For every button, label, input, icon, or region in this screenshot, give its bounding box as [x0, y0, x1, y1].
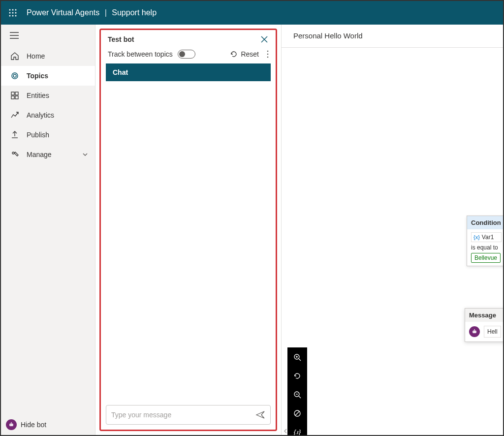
sidebar: Home Topics Entities Analytics — [1, 25, 95, 435]
authoring-canvas[interactable]: Personal Hello World {𝑥} Condition — [282, 25, 503, 435]
home-icon — [10, 51, 20, 61]
zoom-in-icon[interactable] — [291, 351, 303, 363]
sidebar-item-home[interactable]: Home — [1, 46, 95, 66]
test-panel-title: Test bot — [108, 35, 134, 43]
reset-icon — [230, 50, 238, 58]
chat-input-row — [106, 405, 271, 425]
message-node[interactable]: Message Hell — [465, 308, 503, 342]
track-topics-toggle[interactable] — [178, 50, 195, 59]
test-bot-panel: Test bot Track between topics Reset Chat — [99, 29, 277, 431]
fit-view-icon[interactable] — [291, 407, 303, 419]
hide-bot-button[interactable]: Hide bot — [6, 419, 46, 430]
svg-point-7 — [12, 15, 14, 17]
variables-icon[interactable]: {𝑥} — [291, 426, 303, 435]
sidebar-item-label: Entities — [27, 92, 49, 99]
svg-point-3 — [9, 12, 11, 14]
svg-point-6 — [9, 15, 11, 17]
sidebar-item-analytics[interactable]: Analytics — [1, 105, 95, 125]
close-icon[interactable] — [260, 35, 269, 44]
app-header: Power Virtual Agents | Support help — [1, 1, 503, 25]
chat-header: Chat — [106, 63, 271, 81]
variable-icon: {x} — [473, 234, 480, 240]
svg-point-13 — [13, 74, 16, 77]
svg-rect-17 — [15, 96, 18, 99]
chat-message-input[interactable] — [111, 411, 255, 419]
svg-point-44 — [474, 329, 475, 330]
svg-point-22 — [10, 425, 11, 426]
condition-value-chip[interactable]: Bellevue — [471, 253, 501, 263]
svg-rect-15 — [15, 92, 18, 95]
condition-variable-name: Var1 — [482, 234, 494, 241]
svg-rect-16 — [11, 96, 14, 99]
canvas-scroll-left-icon[interactable] — [283, 428, 288, 434]
hamburger-icon — [10, 32, 19, 39]
svg-point-2 — [15, 9, 17, 11]
sidebar-item-label: Topics — [27, 72, 48, 80]
sidebar-item-label: Analytics — [27, 111, 54, 119]
analytics-icon — [10, 110, 20, 120]
header-separator: | — [105, 8, 107, 17]
svg-rect-40 — [472, 331, 476, 333]
sidebar-item-manage[interactable]: Manage — [1, 145, 95, 164]
chevron-down-icon — [82, 152, 88, 157]
manage-icon — [10, 150, 20, 159]
topic-title: Personal Hello World — [293, 31, 363, 40]
header-app-name: Power Virtual Agents — [27, 8, 99, 17]
message-text[interactable]: Hell — [484, 326, 501, 338]
svg-point-8 — [15, 15, 17, 17]
svg-point-0 — [9, 9, 11, 11]
sidebar-item-label: Publish — [27, 131, 49, 139]
test-bot-panel-wrap: Test bot Track between topics Reset Chat — [95, 25, 282, 435]
more-options-icon[interactable] — [267, 50, 269, 58]
reset-label: Reset — [241, 50, 259, 58]
publish-icon — [10, 130, 20, 140]
reset-button[interactable]: Reset — [230, 50, 259, 58]
svg-point-23 — [12, 425, 13, 426]
svg-point-1 — [12, 9, 14, 11]
reset-view-icon[interactable] — [291, 370, 303, 382]
svg-line-39 — [295, 411, 299, 415]
svg-line-32 — [299, 359, 301, 361]
bot-icon — [6, 419, 17, 430]
condition-node-header: Condition — [467, 216, 503, 229]
svg-line-36 — [299, 396, 301, 398]
svg-point-42 — [475, 332, 476, 333]
svg-point-30 — [267, 57, 269, 58]
condition-operator: is equal to — [471, 244, 502, 251]
waffle-menu-icon[interactable] — [5, 5, 21, 21]
sidebar-item-label: Home — [27, 52, 45, 60]
track-topics-label: Track between topics — [108, 50, 173, 58]
topics-icon — [10, 71, 20, 81]
svg-point-28 — [267, 51, 269, 52]
bot-icon — [469, 326, 480, 337]
zoom-out-icon[interactable] — [291, 389, 303, 401]
svg-point-29 — [267, 54, 269, 55]
message-node-header: Message — [465, 309, 503, 322]
hide-bot-label: Hide bot — [21, 421, 46, 429]
svg-rect-21 — [9, 424, 13, 426]
sidebar-item-entities[interactable]: Entities — [1, 86, 95, 105]
sidebar-toggle[interactable] — [1, 25, 95, 46]
svg-point-5 — [15, 12, 17, 14]
svg-point-41 — [473, 332, 474, 333]
svg-rect-14 — [11, 92, 14, 95]
header-subtitle: Support help — [112, 8, 157, 17]
sidebar-item-topics[interactable]: Topics — [1, 66, 95, 86]
condition-node[interactable]: Condition {x} Var1 is equal to Bellevue — [467, 216, 503, 266]
chat-body — [105, 81, 272, 402]
condition-variable[interactable]: {x} Var1 — [471, 232, 502, 242]
header-title: Power Virtual Agents | Support help — [27, 8, 157, 17]
sidebar-item-label: Manage — [27, 151, 52, 158]
sidebar-item-publish[interactable]: Publish — [1, 125, 95, 145]
send-icon[interactable] — [255, 410, 265, 420]
entities-icon — [10, 91, 20, 100]
svg-point-12 — [12, 73, 18, 79]
canvas-toolbar: {𝑥} — [287, 347, 307, 435]
canvas-divider — [282, 47, 503, 48]
svg-point-4 — [12, 12, 14, 14]
svg-point-25 — [11, 422, 12, 423]
